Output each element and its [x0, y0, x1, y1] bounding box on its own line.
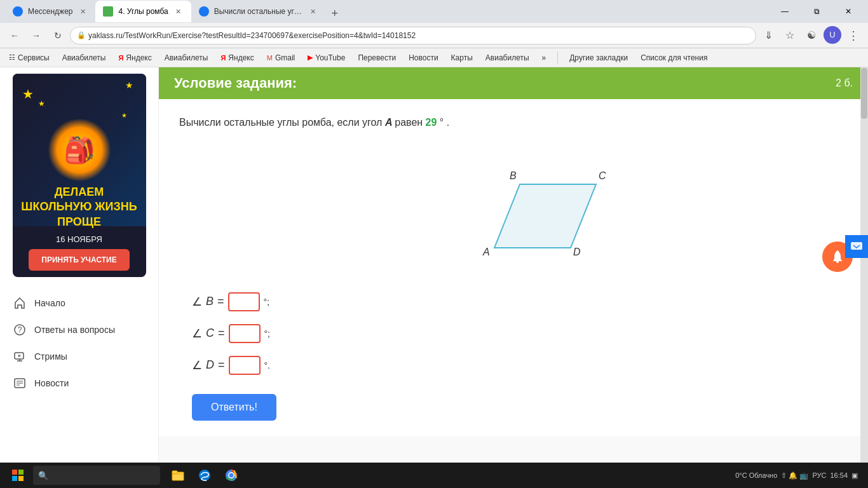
tab2-close[interactable]: ✕ [173, 6, 184, 17]
bookmark-translate-label: Перевести [358, 53, 396, 62]
new-tab-button[interactable]: + [326, 4, 344, 22]
bookmark-youtube[interactable]: ▶ YouTube [304, 52, 349, 64]
bookmark-avia2[interactable]: Авиабилеты [161, 52, 212, 64]
taskbar-apps [165, 463, 244, 488]
svg-rect-12 [12, 476, 17, 481]
degree-b: °; [264, 297, 270, 307]
bookmark-star-icon[interactable]: ☆ [780, 26, 799, 45]
home-icon [13, 296, 27, 310]
download-icon[interactable]: ⇓ [759, 26, 778, 45]
bookmark-reading-label: Список для чтения [641, 53, 707, 62]
sidebar-ad-banner[interactable]: ★ ★ ★ ★ 🎒 ДЕЛАЕМ ШКОЛЬНУЮ ЖИЗНЬ ПРОЩЕ 16… [13, 74, 146, 277]
yandex2-icon: Я [220, 54, 226, 62]
start-button[interactable] [5, 463, 31, 488]
minimize-button[interactable]: — [770, 0, 799, 23]
bookmark-avia3[interactable]: Авиабилеты [482, 52, 533, 64]
sidebar-item-news-label: Новости [34, 378, 69, 388]
task-desc-suffix: ° . [440, 117, 449, 128]
youtube-icon: ▶ [308, 53, 313, 62]
equals-c: = [218, 327, 225, 340]
angle-d-input[interactable] [229, 356, 261, 375]
bookmark-other-label: Другие закладки [569, 53, 628, 62]
tab3-icon [199, 6, 209, 17]
maximize-button[interactable]: ⧉ [802, 0, 831, 23]
scroll-indicator[interactable] [860, 67, 868, 488]
profile-icon[interactable]: U [824, 26, 841, 44]
bookmark-yandex1[interactable]: Я Яндекс [114, 52, 155, 64]
bookmark-reading-list[interactable]: Список для чтения [637, 52, 711, 64]
bookmark-other[interactable]: Другие закладки [566, 52, 632, 64]
tab1-title: Мессенджер [28, 7, 72, 16]
angle-c-symbol: ∠ [192, 327, 202, 341]
sidebar-item-faq[interactable]: ? Ответы на вопросы [0, 316, 158, 343]
tab-messenger[interactable]: Мессенджер ✕ [5, 1, 95, 22]
tab-calculate-angles[interactable]: Вычисли остальные углы ромб... ✕ [191, 1, 326, 22]
star-icon-2: ★ [125, 80, 133, 90]
bookmark-gmail[interactable]: M Gmail [263, 52, 299, 64]
bookmark-translate[interactable]: Перевести [354, 52, 400, 64]
angle-b-row: ∠ B = °; [192, 292, 835, 311]
bookmark-avia1[interactable]: Авиабилеты [58, 52, 110, 64]
bookmark-news[interactable]: Новости [405, 52, 442, 64]
reload-button[interactable]: ↻ [48, 26, 67, 45]
tab3-title: Вычисли остальные углы ромб... [214, 7, 303, 16]
bookmark-maps-label: Карты [451, 53, 473, 62]
extensions-icon[interactable]: ☯ [802, 26, 821, 45]
task-desc-prefix: Вычисли остальные углы ромба, если угол [179, 117, 382, 128]
sidebar-item-news[interactable]: Новости [0, 370, 158, 396]
taskbar-file-explorer[interactable] [165, 463, 191, 488]
forward-button[interactable]: → [27, 26, 46, 45]
sidebar-item-faq-label: Ответы на вопросы [34, 325, 115, 335]
angle-c-input[interactable] [229, 324, 261, 343]
bookmark-services[interactable]: ☷ Сервисы [5, 52, 53, 64]
task-body: Вычисли остальные углы ромба, если угол … [159, 99, 868, 436]
submit-button[interactable]: Ответить! [192, 394, 276, 421]
sidebar-item-streams-label: Стримы [34, 351, 67, 362]
sidebar-item-home[interactable]: Начало [0, 290, 158, 316]
address-bar[interactable]: 🔒 yaklass.ru/TestWorkRun/Exercise?testRe… [70, 27, 756, 44]
message-side-button[interactable] [845, 235, 868, 258]
tab1-close[interactable]: ✕ [78, 6, 88, 17]
yandex1-icon: Я [118, 54, 123, 62]
sidebar-item-streams[interactable]: Стримы [0, 343, 158, 370]
system-tray: 0°C Облачно ⇧ 🔔 📺 РУС 16:54 ▣ [735, 471, 858, 480]
sidebar-navigation: Начало ? Ответы на вопросы [0, 283, 158, 403]
ad-graphic: 🎒 [41, 105, 118, 194]
bookmark-more[interactable]: » [538, 52, 550, 64]
ad-participate-button[interactable]: ПРИНЯТЬ УЧАСТИЕ [29, 249, 129, 271]
svg-rect-10 [12, 470, 17, 475]
task-header: Условие задания: 2 б. [159, 67, 868, 99]
bookmark-yandex2[interactable]: Я Яндекс [217, 52, 257, 64]
close-button[interactable]: ✕ [834, 0, 863, 23]
taskbar-notification[interactable]: ▣ [851, 471, 858, 480]
tab2-title: 4. Углы ромба [118, 7, 168, 16]
streams-icon [13, 349, 27, 363]
svg-rect-15 [172, 471, 177, 473]
tab-rhombus-angles[interactable]: 4. Углы ромба ✕ [95, 1, 191, 22]
news-icon [13, 376, 27, 390]
taskbar-search-bar[interactable]: 🔍 [33, 466, 160, 485]
back-button[interactable]: ← [5, 26, 24, 45]
taskbar-edge[interactable] [192, 463, 217, 488]
degree-c: °; [264, 329, 271, 339]
menu-icon[interactable]: ⋮ [844, 26, 863, 45]
content-area: ★ ★ ★ ★ 🎒 ДЕЛАЕМ ШКОЛЬНУЮ ЖИЗНЬ ПРОЩЕ 16… [0, 67, 868, 488]
angle-d-row: ∠ D = °. [192, 356, 835, 375]
task-header-title: Условие задания: [174, 75, 297, 92]
faq-icon: ? [13, 323, 27, 337]
angle-b-input[interactable] [228, 292, 260, 311]
taskbar-chrome[interactable] [219, 463, 244, 488]
bookmark-maps[interactable]: Карты [447, 52, 477, 64]
taskbar-time: 16:54 [830, 471, 848, 479]
sidebar: ★ ★ ★ ★ 🎒 ДЕЛАЕМ ШКОЛЬНУЮ ЖИЗНЬ ПРОЩЕ 16… [0, 67, 159, 488]
bookmark-services-label: Сервисы [18, 53, 50, 62]
angle-d-symbol: ∠ [192, 358, 202, 372]
scroll-thumb[interactable] [861, 68, 867, 119]
task-points: 2 б. [836, 78, 853, 89]
star-icon-1: ★ [22, 86, 34, 102]
tab2-icon [103, 6, 113, 17]
tab3-close[interactable]: ✕ [308, 6, 318, 17]
task-desc-middle: равен [395, 117, 423, 128]
star-icon-4: ★ [121, 112, 127, 119]
angle-b-symbol: ∠ [192, 295, 202, 309]
